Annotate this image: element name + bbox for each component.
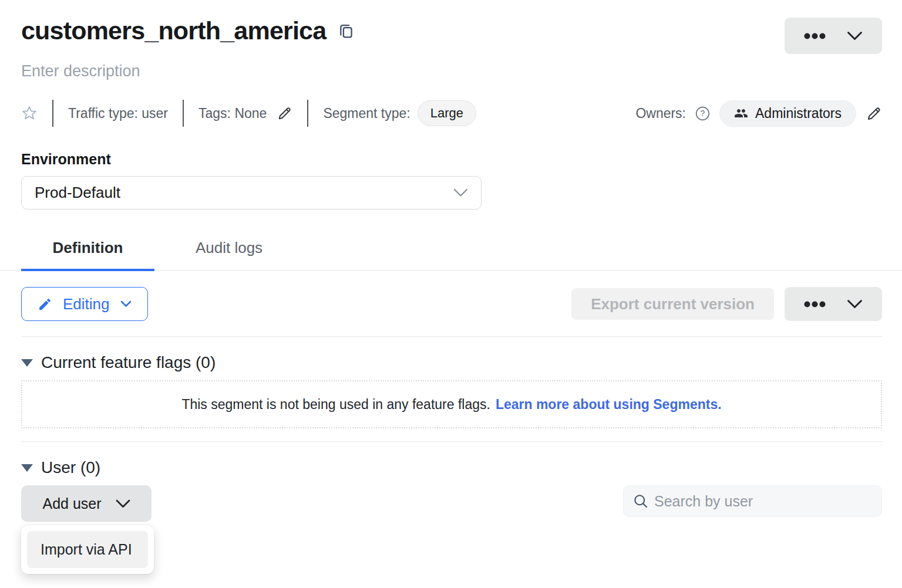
section-divider (21, 441, 882, 442)
menu-item-import-via-api[interactable]: Import via API (27, 531, 148, 568)
feature-flags-empty-state: This segment is not being used in any fe… (21, 380, 882, 428)
edit-owners-button[interactable] (865, 105, 882, 122)
tab-definition[interactable]: Definition (21, 232, 154, 270)
search-icon (632, 493, 649, 509)
environment-section: Environment Prod-Default (21, 151, 882, 209)
export-current-version-button[interactable]: Export current version (571, 288, 774, 320)
question-circle-icon[interactable]: ? (695, 106, 711, 121)
chevron-down-icon (453, 188, 468, 197)
vertical-separator (52, 100, 53, 127)
tab-audit-logs[interactable]: Audit logs (173, 232, 285, 270)
owners-value: Administrators (755, 106, 842, 121)
owners-chip[interactable]: Administrators (719, 100, 856, 127)
traffic-type-label: Traffic type: user (68, 106, 168, 121)
triangle-down-icon (21, 359, 33, 367)
edit-tags-button[interactable] (276, 105, 292, 121)
people-icon (734, 106, 748, 120)
environment-select[interactable]: Prod-Default (21, 176, 482, 209)
definition-more-actions-button[interactable] (785, 287, 882, 321)
page-title: customers_north_america (21, 16, 326, 45)
add-user-label: Add user (42, 495, 101, 512)
copy-name-button[interactable] (338, 22, 355, 39)
user-section-heading: User (0) (41, 458, 100, 477)
pencil-filled-icon (38, 297, 52, 312)
triangle-down-icon (21, 464, 33, 472)
segment-detail-page: customers_north_america Enter descriptio… (0, 0, 902, 588)
segment-type-label: Segment type: (323, 106, 410, 121)
add-user-dropdown-group: Add user Import via API (21, 485, 154, 574)
feature-flags-empty-text: This segment is not being used in any fe… (181, 397, 490, 413)
favorite-star-button[interactable] (21, 105, 38, 121)
header-more-actions-button[interactable] (785, 18, 882, 54)
vertical-separator (307, 100, 308, 127)
chevron-down-icon (847, 299, 863, 309)
tags-label: Tags: None (198, 106, 267, 121)
pencil-icon (865, 105, 882, 122)
user-section-toggle[interactable]: User (0) (21, 458, 882, 477)
segment-type-badge: Large (418, 100, 476, 126)
editing-status-button[interactable]: Editing (21, 287, 148, 321)
star-icon (21, 105, 38, 121)
feature-flags-section-toggle[interactable]: Current feature flags (0) (21, 353, 882, 372)
pencil-icon (276, 105, 292, 121)
add-user-menu: Import via API (21, 525, 154, 574)
feature-flags-heading: Current feature flags (0) (41, 353, 216, 372)
user-search-box (623, 485, 882, 517)
toolbar: Editing Export current version (21, 287, 882, 321)
environment-label: Environment (21, 151, 882, 168)
page-header: customers_north_america (21, 0, 882, 54)
ellipsis-icon (804, 33, 826, 39)
svg-text:?: ? (701, 109, 705, 118)
ellipsis-icon (804, 301, 826, 307)
search-by-user-input[interactable] (654, 493, 873, 510)
learn-more-link[interactable]: Learn more about using Segments. (496, 397, 722, 413)
description-placeholder[interactable]: Enter description (21, 62, 882, 80)
tabs-bar: Definition Audit logs (0, 232, 902, 271)
environment-selected-value: Prod-Default (35, 184, 120, 202)
chevron-down-icon (116, 499, 130, 508)
section-divider (21, 336, 882, 337)
chevron-down-icon (120, 300, 132, 307)
copy-icon (338, 22, 355, 39)
owners-group: Owners: ? Administrators (635, 100, 882, 127)
editing-label: Editing (63, 295, 110, 313)
owners-label: Owners: (635, 106, 686, 121)
user-controls-row: Add user Import via API (21, 485, 882, 574)
meta-row: Traffic type: user Tags: None Segment ty… (21, 99, 882, 127)
add-user-button[interactable]: Add user (21, 485, 152, 522)
vertical-separator (183, 100, 184, 127)
chevron-down-icon (847, 31, 863, 40)
